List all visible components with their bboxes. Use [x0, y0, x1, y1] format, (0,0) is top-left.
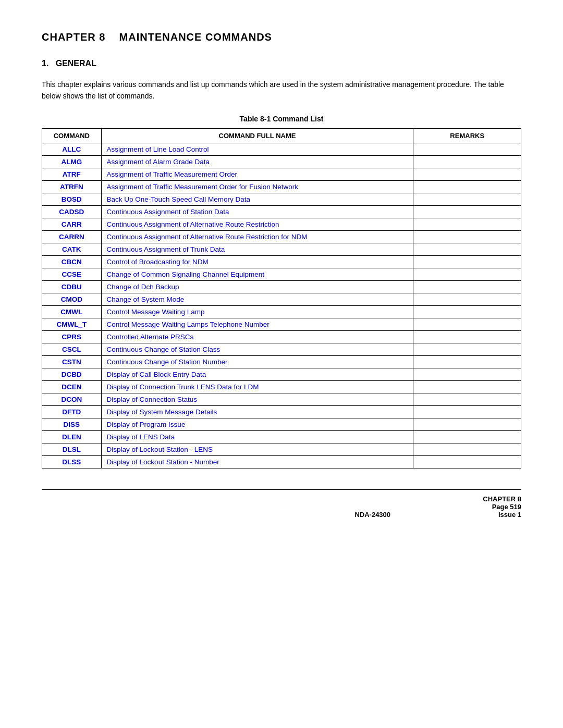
table-row: CARRNContinuous Assignment of Alternativ… — [42, 230, 521, 243]
table-row: CADSDContinuous Assignment of Station Da… — [42, 205, 521, 218]
table-cell-remarks — [413, 368, 521, 380]
table-row: DCENDisplay of Connection Trunk LENS Dat… — [42, 380, 521, 393]
table-cell-remarks — [413, 330, 521, 343]
table-cell-fullname: Control of Broadcasting for NDM — [101, 255, 413, 268]
table-cell-command: CADSD — [42, 205, 102, 218]
table-cell-fullname: Continuous Assignment of Alternative Rou… — [101, 218, 413, 230]
table-cell-fullname: Display of Program Issue — [101, 418, 413, 430]
table-cell-remarks — [413, 155, 521, 168]
table-cell-command: DCEN — [42, 380, 102, 393]
table-cell-command: BOSD — [42, 193, 102, 205]
col-remarks: REMARKS — [413, 128, 521, 143]
table-cell-remarks — [413, 255, 521, 268]
table-row: CMODChange of System Mode — [42, 293, 521, 305]
table-cell-fullname: Back Up One-Touch Speed Call Memory Data — [101, 193, 413, 205]
table-row: ALMGAssignment of Alarm Grade Data — [42, 155, 521, 168]
table-cell-command: CSTN — [42, 355, 102, 368]
table-cell-command: DFTD — [42, 405, 102, 418]
command-table: COMMAND COMMAND FULL NAME REMARKS ALLCAs… — [42, 128, 521, 468]
table-row: CMWLControl Message Waiting Lamp — [42, 305, 521, 318]
table-cell-remarks — [413, 143, 521, 155]
table-cell-fullname: Continuous Change of Station Class — [101, 343, 413, 355]
table-cell-command: CARR — [42, 218, 102, 230]
table-cell-command: ATRF — [42, 168, 102, 180]
table-cell-remarks — [413, 230, 521, 243]
table-cell-remarks — [413, 318, 521, 330]
table-cell-fullname: Display of Lockout Station - Number — [101, 455, 413, 468]
table-cell-remarks — [413, 393, 521, 405]
footer-page-info: CHAPTER 8 Page 519 Issue 1 — [483, 495, 521, 519]
table-cell-command: CSCL — [42, 343, 102, 355]
table-cell-remarks — [413, 280, 521, 293]
table-cell-command: DCBD — [42, 368, 102, 380]
table-cell-remarks — [413, 180, 521, 193]
table-row: DLSSDisplay of Lockout Station - Number — [42, 455, 521, 468]
table-cell-command: CPRS — [42, 330, 102, 343]
table-cell-command: DLEN — [42, 430, 102, 443]
table-cell-fullname: Assignment of Traffic Measurement Order — [101, 168, 413, 180]
table-cell-command: ATRFN — [42, 180, 102, 193]
table-cell-remarks — [413, 205, 521, 218]
table-cell-fullname: Display of Connection Status — [101, 393, 413, 405]
table-cell-remarks — [413, 268, 521, 280]
table-cell-command: DCON — [42, 393, 102, 405]
table-cell-remarks — [413, 418, 521, 430]
table-cell-remarks — [413, 168, 521, 180]
table-cell-remarks — [413, 430, 521, 443]
table-row: DFTDDisplay of System Message Details — [42, 405, 521, 418]
table-cell-command: CMWL_T — [42, 318, 102, 330]
table-cell-remarks — [413, 243, 521, 255]
table-cell-remarks — [413, 455, 521, 468]
table-cell-remarks — [413, 293, 521, 305]
table-cell-fullname: Display of LENS Data — [101, 430, 413, 443]
table-cell-command: DLSS — [42, 455, 102, 468]
table-row: DCONDisplay of Connection Status — [42, 393, 521, 405]
table-row: CATKContinuous Assignment of Trunk Data — [42, 243, 521, 255]
table-row: DLSLDisplay of Lockout Station - LENS — [42, 443, 521, 455]
table-row: CPRSControlled Alternate PRSCs — [42, 330, 521, 343]
table-cell-fullname: Display of Lockout Station - LENS — [101, 443, 413, 455]
table-cell-fullname: Assignment of Traffic Measurement Order … — [101, 180, 413, 193]
table-cell-command: CDBU — [42, 280, 102, 293]
chapter-title: CHAPTER 8 MAINTENANCE COMMANDS — [42, 31, 521, 43]
table-cell-fullname: Continuous Assignment of Alternative Rou… — [101, 230, 413, 243]
table-cell-fullname: Change of System Mode — [101, 293, 413, 305]
table-row: ATRFAssignment of Traffic Measurement Or… — [42, 168, 521, 180]
table-cell-command: CARRN — [42, 230, 102, 243]
table-row: CMWL_TControl Message Waiting Lamps Tele… — [42, 318, 521, 330]
table-cell-fullname: Change of Common Signaling Channel Equip… — [101, 268, 413, 280]
table-cell-fullname: Assignment of Line Load Control — [101, 143, 413, 155]
table-cell-remarks — [413, 355, 521, 368]
table-cell-command: ALMG — [42, 155, 102, 168]
page-footer: NDA-24300 CHAPTER 8 Page 519 Issue 1 — [42, 489, 521, 519]
table-cell-command: DLSL — [42, 443, 102, 455]
table-cell-fullname: Change of Dch Backup — [101, 280, 413, 293]
table-row: CSTNContinuous Change of Station Number — [42, 355, 521, 368]
table-row: DISSDisplay of Program Issue — [42, 418, 521, 430]
table-cell-fullname: Control Message Waiting Lamps Telephone … — [101, 318, 413, 330]
table-row: CCSEChange of Common Signaling Channel E… — [42, 268, 521, 280]
table-cell-fullname: Display of System Message Details — [101, 405, 413, 418]
table-cell-command: DISS — [42, 418, 102, 430]
table-row: ATRFNAssignment of Traffic Measurement O… — [42, 180, 521, 193]
table-row: BOSDBack Up One-Touch Speed Call Memory … — [42, 193, 521, 205]
table-cell-fullname: Display of Call Block Entry Data — [101, 368, 413, 380]
table-cell-command: CBCN — [42, 255, 102, 268]
footer-doc-number: NDA-24300 — [262, 511, 483, 519]
table-cell-fullname: Control Message Waiting Lamp — [101, 305, 413, 318]
table-cell-remarks — [413, 193, 521, 205]
table-cell-fullname: Assignment of Alarm Grade Data — [101, 155, 413, 168]
table-cell-remarks — [413, 343, 521, 355]
table-row: CBCNControl of Broadcasting for NDM — [42, 255, 521, 268]
col-fullname: COMMAND FULL NAME — [101, 128, 413, 143]
table-cell-command: ALLC — [42, 143, 102, 155]
table-cell-command: CMOD — [42, 293, 102, 305]
col-command: COMMAND — [42, 128, 102, 143]
table-cell-fullname: Continuous Assignment of Trunk Data — [101, 243, 413, 255]
table-row: ALLCAssignment of Line Load Control — [42, 143, 521, 155]
table-cell-remarks — [413, 305, 521, 318]
table-cell-fullname: Continuous Assignment of Station Data — [101, 205, 413, 218]
table-row: DLENDisplay of LENS Data — [42, 430, 521, 443]
table-row: CARRContinuous Assignment of Alternative… — [42, 218, 521, 230]
table-title: Table 8-1 Command List — [42, 115, 521, 123]
